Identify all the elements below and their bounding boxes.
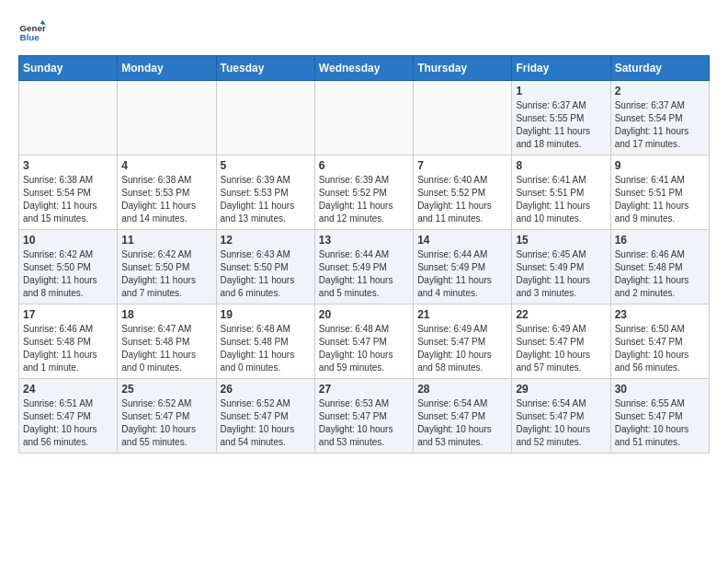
calendar-cell: 22Sunrise: 6:49 AM Sunset: 5:47 PM Dayli… <box>512 304 610 379</box>
calendar-cell: 5Sunrise: 6:39 AM Sunset: 5:53 PM Daylig… <box>216 155 314 230</box>
day-info: Sunrise: 6:42 AM Sunset: 5:50 PM Dayligh… <box>121 248 211 300</box>
calendar-cell: 9Sunrise: 6:41 AM Sunset: 5:51 PM Daylig… <box>610 155 709 230</box>
header-day-wednesday: Wednesday <box>314 56 413 81</box>
week-row-3: 10Sunrise: 6:42 AM Sunset: 5:50 PM Dayli… <box>19 230 710 304</box>
calendar-cell <box>19 81 118 155</box>
calendar-cell <box>118 81 216 155</box>
calendar-cell: 16Sunrise: 6:46 AM Sunset: 5:48 PM Dayli… <box>610 230 709 304</box>
day-info: Sunrise: 6:41 AM Sunset: 5:51 PM Dayligh… <box>516 174 606 225</box>
day-info: Sunrise: 6:49 AM Sunset: 5:47 PM Dayligh… <box>516 323 606 374</box>
header-day-thursday: Thursday <box>414 56 512 81</box>
day-info: Sunrise: 6:44 AM Sunset: 5:49 PM Dayligh… <box>417 248 507 300</box>
day-info: Sunrise: 6:41 AM Sunset: 5:51 PM Dayligh… <box>615 174 705 225</box>
calendar-cell: 27Sunrise: 6:53 AM Sunset: 5:47 PM Dayli… <box>314 379 413 454</box>
day-info: Sunrise: 6:38 AM Sunset: 5:53 PM Dayligh… <box>121 174 211 225</box>
calendar-cell: 4Sunrise: 6:38 AM Sunset: 5:53 PM Daylig… <box>118 155 216 230</box>
calendar-cell: 11Sunrise: 6:42 AM Sunset: 5:50 PM Dayli… <box>118 230 216 304</box>
calendar-cell: 19Sunrise: 6:48 AM Sunset: 5:48 PM Dayli… <box>216 304 314 379</box>
day-number: 16 <box>615 234 705 247</box>
day-number: 28 <box>417 383 507 396</box>
day-number: 20 <box>319 308 409 321</box>
day-number: 11 <box>121 234 211 247</box>
header-day-sunday: Sunday <box>19 56 118 81</box>
day-info: Sunrise: 6:45 AM Sunset: 5:49 PM Dayligh… <box>516 248 606 300</box>
day-number: 22 <box>516 308 606 321</box>
calendar-cell: 18Sunrise: 6:47 AM Sunset: 5:48 PM Dayli… <box>118 304 216 379</box>
day-info: Sunrise: 6:49 AM Sunset: 5:47 PM Dayligh… <box>417 323 507 374</box>
day-info: Sunrise: 6:55 AM Sunset: 5:47 PM Dayligh… <box>615 397 705 449</box>
header-row: SundayMondayTuesdayWednesdayThursdayFrid… <box>19 56 710 81</box>
calendar-cell: 7Sunrise: 6:40 AM Sunset: 5:52 PM Daylig… <box>414 155 512 230</box>
day-number: 7 <box>417 159 507 172</box>
logo: General Blue <box>18 18 46 46</box>
day-info: Sunrise: 6:40 AM Sunset: 5:52 PM Dayligh… <box>417 174 507 225</box>
week-row-5: 24Sunrise: 6:51 AM Sunset: 5:47 PM Dayli… <box>19 379 710 454</box>
svg-text:Blue: Blue <box>20 32 40 42</box>
calendar-cell: 6Sunrise: 6:39 AM Sunset: 5:52 PM Daylig… <box>314 155 413 230</box>
calendar-cell: 28Sunrise: 6:54 AM Sunset: 5:47 PM Dayli… <box>414 379 512 454</box>
day-number: 10 <box>23 234 113 247</box>
day-info: Sunrise: 6:54 AM Sunset: 5:47 PM Dayligh… <box>417 397 507 449</box>
day-info: Sunrise: 6:47 AM Sunset: 5:48 PM Dayligh… <box>121 323 211 374</box>
day-number: 3 <box>23 159 113 172</box>
day-number: 30 <box>615 383 705 396</box>
day-number: 23 <box>615 308 705 321</box>
day-number: 12 <box>221 234 311 247</box>
calendar-cell: 12Sunrise: 6:43 AM Sunset: 5:50 PM Dayli… <box>216 230 314 304</box>
calendar-cell: 10Sunrise: 6:42 AM Sunset: 5:50 PM Dayli… <box>19 230 118 304</box>
calendar-cell: 21Sunrise: 6:49 AM Sunset: 5:47 PM Dayli… <box>414 304 512 379</box>
day-number: 14 <box>417 234 507 247</box>
day-number: 29 <box>516 383 606 396</box>
day-info: Sunrise: 6:38 AM Sunset: 5:54 PM Dayligh… <box>23 174 113 225</box>
day-number: 5 <box>221 159 311 172</box>
day-number: 24 <box>23 383 113 396</box>
calendar-cell: 8Sunrise: 6:41 AM Sunset: 5:51 PM Daylig… <box>512 155 610 230</box>
day-number: 4 <box>121 159 211 172</box>
calendar-cell <box>216 81 314 155</box>
day-number: 21 <box>417 308 507 321</box>
day-number: 18 <box>121 308 211 321</box>
calendar-cell: 26Sunrise: 6:52 AM Sunset: 5:47 PM Dayli… <box>216 379 314 454</box>
day-info: Sunrise: 6:44 AM Sunset: 5:49 PM Dayligh… <box>319 248 409 300</box>
calendar-cell: 29Sunrise: 6:54 AM Sunset: 5:47 PM Dayli… <box>512 379 610 454</box>
calendar-cell: 13Sunrise: 6:44 AM Sunset: 5:49 PM Dayli… <box>314 230 413 304</box>
logo-icon: General Blue <box>18 18 46 46</box>
calendar-cell: 25Sunrise: 6:52 AM Sunset: 5:47 PM Dayli… <box>118 379 216 454</box>
day-number: 2 <box>615 85 705 98</box>
day-info: Sunrise: 6:50 AM Sunset: 5:47 PM Dayligh… <box>615 323 705 374</box>
calendar-cell: 1Sunrise: 6:37 AM Sunset: 5:55 PM Daylig… <box>512 81 610 155</box>
day-number: 25 <box>121 383 211 396</box>
calendar-table: SundayMondayTuesdayWednesdayThursdayFrid… <box>18 55 710 454</box>
calendar-cell: 20Sunrise: 6:48 AM Sunset: 5:47 PM Dayli… <box>314 304 413 379</box>
calendar-cell: 14Sunrise: 6:44 AM Sunset: 5:49 PM Dayli… <box>414 230 512 304</box>
day-number: 9 <box>615 159 705 172</box>
calendar-cell: 23Sunrise: 6:50 AM Sunset: 5:47 PM Dayli… <box>610 304 709 379</box>
calendar-cell: 15Sunrise: 6:45 AM Sunset: 5:49 PM Dayli… <box>512 230 610 304</box>
day-number: 13 <box>319 234 409 247</box>
calendar-cell: 30Sunrise: 6:55 AM Sunset: 5:47 PM Dayli… <box>610 379 709 454</box>
header-day-friday: Friday <box>512 56 610 81</box>
calendar-cell: 3Sunrise: 6:38 AM Sunset: 5:54 PM Daylig… <box>19 155 118 230</box>
day-info: Sunrise: 6:52 AM Sunset: 5:47 PM Dayligh… <box>121 397 211 449</box>
header: General Blue <box>18 18 710 46</box>
calendar-cell <box>414 81 512 155</box>
day-info: Sunrise: 6:37 AM Sunset: 5:54 PM Dayligh… <box>615 99 705 151</box>
day-info: Sunrise: 6:37 AM Sunset: 5:55 PM Dayligh… <box>516 99 606 151</box>
day-number: 1 <box>516 85 606 98</box>
header-day-saturday: Saturday <box>610 56 709 81</box>
day-info: Sunrise: 6:48 AM Sunset: 5:48 PM Dayligh… <box>221 323 311 374</box>
day-number: 26 <box>221 383 311 396</box>
day-number: 19 <box>221 308 311 321</box>
day-info: Sunrise: 6:54 AM Sunset: 5:47 PM Dayligh… <box>516 397 606 449</box>
day-info: Sunrise: 6:43 AM Sunset: 5:50 PM Dayligh… <box>221 248 311 300</box>
calendar-cell: 24Sunrise: 6:51 AM Sunset: 5:47 PM Dayli… <box>19 379 118 454</box>
day-info: Sunrise: 6:53 AM Sunset: 5:47 PM Dayligh… <box>319 397 409 449</box>
day-info: Sunrise: 6:39 AM Sunset: 5:52 PM Dayligh… <box>319 174 409 225</box>
day-info: Sunrise: 6:48 AM Sunset: 5:47 PM Dayligh… <box>319 323 409 374</box>
calendar-cell: 2Sunrise: 6:37 AM Sunset: 5:54 PM Daylig… <box>610 81 709 155</box>
svg-text:General: General <box>20 23 47 33</box>
week-row-4: 17Sunrise: 6:46 AM Sunset: 5:48 PM Dayli… <box>19 304 710 379</box>
day-info: Sunrise: 6:51 AM Sunset: 5:47 PM Dayligh… <box>23 397 113 449</box>
week-row-1: 1Sunrise: 6:37 AM Sunset: 5:55 PM Daylig… <box>19 81 710 155</box>
day-number: 17 <box>23 308 113 321</box>
